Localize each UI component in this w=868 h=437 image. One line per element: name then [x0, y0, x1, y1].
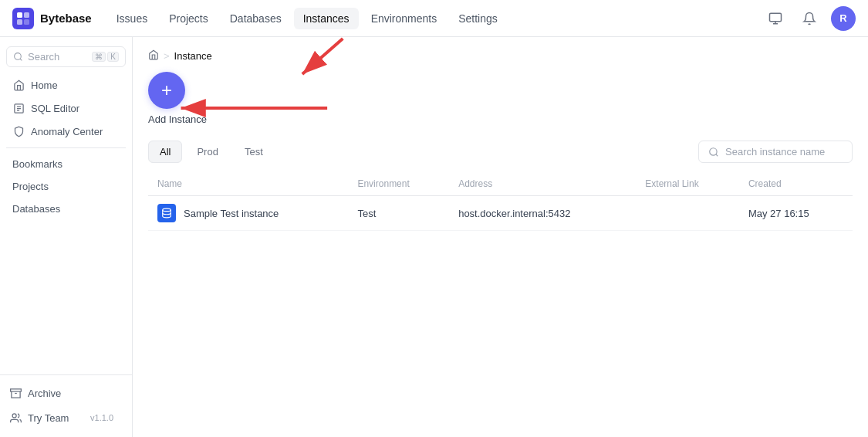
user-avatar[interactable]: R — [831, 6, 856, 31]
nav-environments[interactable]: Environments — [362, 8, 447, 29]
svg-rect-2 — [17, 19, 22, 25]
nav-databases[interactable]: Databases — [221, 8, 291, 29]
sidebar-item-anomaly-center[interactable]: Anomaly Center — [3, 120, 129, 143]
main-content: > Instance + Add Instance All Prod Test — [133, 37, 868, 437]
bookmarks-label: Bookmarks — [12, 158, 62, 170]
svg-point-5 — [15, 53, 22, 60]
search-instance-placeholder: Search instance name — [725, 146, 825, 158]
top-nav: Bytebase Issues Projects Databases Insta… — [0, 0, 868, 37]
svg-rect-3 — [24, 19, 29, 25]
nav-right: R — [763, 6, 856, 31]
db-icon — [157, 204, 176, 222]
col-external-link: External Link — [636, 172, 739, 196]
search-label: Search — [28, 51, 87, 63]
breadcrumb: > Instance — [133, 37, 868, 72]
databases-label: Databases — [12, 203, 60, 215]
sidebar-item-sql-editor[interactable]: SQL Editor — [3, 97, 129, 120]
sidebar-anomaly-label: Anomaly Center — [31, 126, 103, 137]
team-icon — [9, 412, 22, 424]
table-head: Name Environment Address External Link C… — [148, 172, 853, 196]
tab-test[interactable]: Test — [233, 141, 275, 163]
nav-settings[interactable]: Settings — [449, 8, 507, 29]
svg-rect-1 — [24, 12, 29, 18]
table-header-row: Name Environment Address External Link C… — [148, 172, 853, 196]
svg-rect-7 — [10, 388, 21, 391]
nav-issues[interactable]: Issues — [107, 8, 157, 29]
k-key: K — [107, 52, 119, 62]
sidebar-item-projects[interactable]: Projects — [3, 175, 129, 198]
sidebar-item-try-team[interactable]: Try Team v1.1.0 — [0, 405, 132, 431]
col-created: Created — [739, 172, 853, 196]
search-instance-icon — [708, 147, 719, 158]
svg-rect-0 — [17, 12, 22, 18]
instances-table: Name Environment Address External Link C… — [148, 172, 853, 231]
bell-icon-btn[interactable] — [797, 6, 822, 31]
sql-editor-icon — [12, 102, 25, 114]
sidebar-divider — [6, 147, 126, 148]
sidebar-home-label: Home — [31, 80, 58, 91]
version-label: v1.1.0 — [81, 410, 123, 425]
cmd-key: ⌘ — [92, 52, 106, 62]
col-name: Name — [148, 172, 348, 196]
sidebar-item-home[interactable]: Home — [3, 73, 129, 97]
sidebar-footer: Archive Try Team v1.1.0 — [0, 374, 132, 431]
tabs-row: All Prod Test Search instance name — [148, 141, 853, 163]
table-container: Name Environment Address External Link C… — [148, 172, 853, 231]
shield-icon — [12, 125, 25, 137]
archive-icon — [9, 387, 22, 399]
breadcrumb-current: Instance — [174, 50, 212, 62]
svg-rect-4 — [770, 13, 782, 22]
monitor-icon-btn[interactable] — [763, 6, 788, 31]
add-instance-button[interactable]: + — [148, 72, 185, 109]
search-icon — [13, 52, 23, 62]
svg-point-10 — [710, 147, 717, 154]
tab-prod[interactable]: Prod — [185, 141, 229, 163]
sidebar: Search ⌘ K Home SQ — [0, 37, 133, 437]
search-shortcut: ⌘ K — [92, 52, 119, 62]
search-instance-input[interactable]: Search instance name — [698, 141, 853, 163]
sidebar-item-bookmarks[interactable]: Bookmarks — [3, 153, 129, 175]
instance-name: Sample Test instance — [184, 208, 279, 219]
home-icon — [12, 79, 25, 91]
tab-all[interactable]: All — [148, 141, 182, 163]
logo-text: Bytebase — [40, 12, 92, 25]
instance-environment: Test — [348, 196, 449, 231]
breadcrumb-separator: > — [164, 50, 170, 62]
instance-address: host.docker.internal:5432 — [449, 196, 636, 231]
table-row[interactable]: Sample Test instance Test host.docker.in… — [148, 196, 853, 231]
instance-created: May 27 16:15 — [739, 196, 853, 231]
instance-external-link — [636, 196, 739, 231]
table-body: Sample Test instance Test host.docker.in… — [148, 196, 853, 231]
sidebar-item-archive[interactable]: Archive — [0, 381, 132, 405]
nav-projects[interactable]: Projects — [160, 8, 218, 29]
col-environment: Environment — [348, 172, 449, 196]
archive-label: Archive — [28, 388, 61, 399]
logo[interactable]: Bytebase — [12, 8, 92, 29]
layout: Search ⌘ K Home SQ — [0, 37, 868, 437]
add-instance-label: Add Instance — [148, 113, 207, 125]
svg-point-9 — [12, 413, 16, 417]
sidebar-sql-label: SQL Editor — [31, 103, 79, 114]
content-area: + Add Instance All Prod Test Search inst… — [133, 72, 868, 231]
projects-label: Projects — [12, 181, 49, 192]
try-team-label: Try Team — [28, 412, 69, 424]
logo-icon — [12, 8, 34, 29]
col-address: Address — [449, 172, 636, 196]
tab-group: All Prod Test — [148, 141, 275, 163]
instance-name-cell: Sample Test instance — [148, 196, 348, 231]
svg-point-11 — [163, 208, 171, 212]
search-box[interactable]: Search ⌘ K — [6, 46, 126, 67]
add-instance-container: + Add Instance — [148, 72, 853, 125]
nav-instances[interactable]: Instances — [294, 8, 359, 29]
breadcrumb-home[interactable] — [148, 49, 159, 63]
sidebar-item-databases[interactable]: Databases — [3, 198, 129, 220]
